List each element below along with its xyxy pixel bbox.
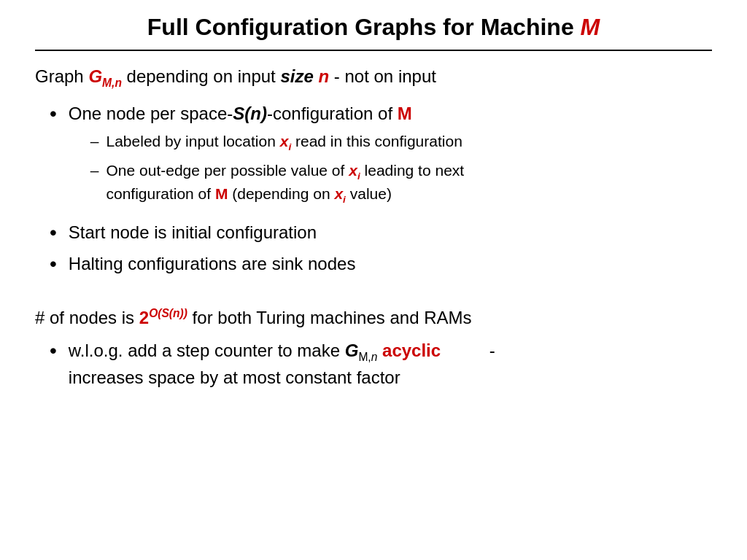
wlog-before: w.l.o.g. add a step counter to make (69, 341, 345, 360)
bullet-item-2: • Start node is initial configuration (35, 220, 712, 245)
wlog-first-line: w.l.o.g. add a step counter to make GM,n… (69, 338, 712, 365)
bullet-item-3: • Halting configurations are sink nodes (35, 252, 712, 276)
g-subscript: M,n (102, 77, 122, 89)
sub1-before: Labeled by input location (107, 133, 280, 149)
slide: Full Configuration Graphs for Machine M … (0, 0, 747, 560)
sub2-before: One out-edge per possible value of (107, 162, 349, 179)
bullet-dot-3: • (50, 252, 57, 276)
power-expression: 2O(S(n)) (139, 308, 187, 327)
bullet1-before: One node per space- (69, 104, 233, 123)
intro-after: - not on input (329, 66, 436, 86)
s-symbol: S(n) (233, 104, 267, 123)
title-m: M (581, 14, 600, 40)
wlog-content: w.l.o.g. add a step counter to make GM,n… (69, 338, 712, 389)
sub2-after: value) (346, 185, 392, 202)
main-content: Graph GM,n depending on input size n - n… (35, 64, 712, 537)
bullet-content-3: Halting configurations are sink nodes (69, 252, 712, 276)
nodes-before: # of nodes is (35, 308, 139, 327)
bullet-content-1: One node per space-S(n)-configuration of… (69, 101, 712, 212)
slide-title: Full Configuration Graphs for Machine M (35, 13, 712, 41)
xi-symbol-3: xi (334, 185, 345, 202)
wlog-g-sub: M,n (358, 351, 377, 363)
sub-content-2: One out-edge per possible value of xi le… (107, 160, 713, 207)
sub-dash-1: – (90, 131, 99, 152)
nodes-after: for both Turing machines and RAMs (187, 308, 472, 327)
n-symbol: n (318, 66, 329, 86)
bullet-dot-2: • (50, 220, 57, 245)
g-symbol: GM,n (88, 66, 122, 86)
nodes-line: # of nodes is 2O(S(n)) for both Turing m… (35, 306, 712, 330)
bullet-item-1: • One node per space-S(n)-configuration … (35, 101, 712, 212)
title-area: Full Configuration Graphs for Machine M (35, 0, 712, 51)
sub-item-2: – One out-edge per possible value of xi … (69, 160, 712, 207)
wlog-dot: • (50, 338, 57, 363)
wlog-second-line: increases space by at most constant fact… (69, 365, 712, 390)
exponent: O(S(n)) (149, 307, 187, 319)
bullet3-text: Halting configurations are sink nodes (69, 254, 356, 273)
bullet1-m: M (398, 104, 412, 123)
size-word: size (280, 66, 313, 86)
sub-dash-2: – (90, 160, 99, 181)
bullet-dot-1: • (50, 101, 57, 126)
wlog-dash: - (489, 341, 495, 360)
bullet-list: • One node per space-S(n)-configuration … (35, 101, 712, 284)
sub2-middle2: (depending on (228, 185, 334, 202)
bullet1-after: -configuration of (267, 104, 398, 123)
wlog-after: increases space by at most constant fact… (69, 368, 400, 387)
wlog-bullet-item: • w.l.o.g. add a step counter to make GM… (35, 338, 712, 389)
intro-before: Graph (35, 66, 88, 86)
sub-list-1: – Labeled by input location xi read in t… (69, 131, 712, 207)
sub-item-1: – Labeled by input location xi read in t… (69, 131, 712, 154)
sub-content-1: Labeled by input location xi read in thi… (107, 131, 713, 154)
acyclic-word: acyclic (382, 341, 441, 360)
wlog-list: • w.l.o.g. add a step counter to make GM… (35, 338, 712, 397)
wlog-g: GM,n (345, 341, 378, 360)
intro-line: Graph GM,n depending on input size n - n… (35, 64, 712, 91)
bullet2-text: Start node is initial configuration (69, 222, 317, 242)
xi-symbol-2: xi (349, 162, 360, 179)
wlog-main: w.l.o.g. add a step counter to make GM,n… (69, 338, 712, 365)
sub2-m: M (215, 185, 228, 202)
bullet-content-2: Start node is initial configuration (69, 220, 712, 245)
intro-middle: depending on input (122, 66, 281, 86)
xi-symbol-1: xi (280, 133, 291, 149)
title-plain: Full Configuration Graphs for Machine (147, 14, 574, 40)
sub1-after: read in this configuration (291, 133, 462, 149)
